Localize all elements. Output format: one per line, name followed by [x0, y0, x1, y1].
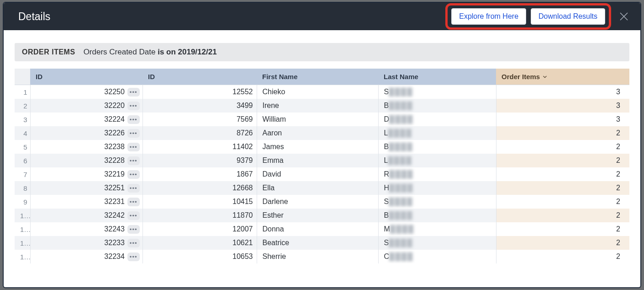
cell-id1[interactable]: 32220••• — [30, 99, 143, 113]
table-row[interactable]: 332224•••7569WilliamD████3 — [15, 113, 629, 126]
cell-id2[interactable]: 10621 — [143, 236, 257, 250]
cell-first-name[interactable]: Sherrie — [257, 250, 378, 263]
cell-order-items[interactable]: 2 — [496, 140, 629, 154]
cell-last-name[interactable]: S████ — [378, 195, 496, 209]
cell-id2[interactable]: 1867 — [143, 167, 257, 181]
row-actions-icon[interactable]: ••• — [127, 115, 140, 124]
cell-last-name[interactable]: B████ — [378, 140, 496, 154]
col-order-items[interactable]: Order Items — [496, 69, 629, 85]
cell-id1[interactable]: 32224••• — [30, 113, 143, 126]
col-last-name[interactable]: Last Name — [378, 69, 496, 85]
row-actions-icon[interactable]: ••• — [127, 129, 140, 138]
cell-id2[interactable]: 12007 — [143, 222, 257, 236]
cell-id2[interactable]: 12552 — [143, 85, 257, 99]
table-row[interactable]: 132250•••12552ChiekoS████3 — [15, 85, 629, 99]
cell-first-name[interactable]: Aaron — [257, 126, 378, 140]
cell-last-name[interactable]: B████ — [378, 99, 496, 113]
table-row[interactable]: 1232233•••10621BeatriceS████2 — [15, 236, 629, 250]
cell-first-name[interactable]: David — [257, 167, 378, 181]
cell-id1[interactable]: 32233••• — [30, 236, 143, 250]
table-row[interactable]: 932231•••10415DarleneS████2 — [15, 195, 629, 209]
cell-id2[interactable]: 8726 — [143, 126, 257, 140]
cell-id2[interactable]: 12668 — [143, 181, 257, 195]
cell-last-name[interactable]: R████ — [378, 167, 496, 181]
cell-id1[interactable]: 32250••• — [30, 85, 143, 99]
cell-first-name[interactable]: James — [257, 140, 378, 154]
explore-from-here-button[interactable]: Explore from Here — [451, 8, 526, 25]
cell-id2[interactable]: 3499 — [143, 99, 257, 113]
row-number: 9 — [15, 195, 30, 209]
cell-last-name[interactable]: L████ — [378, 154, 496, 167]
col-first-name[interactable]: First Name — [257, 69, 378, 85]
cell-order-items[interactable]: 2 — [496, 250, 629, 263]
cell-id1[interactable]: 32251••• — [30, 181, 143, 195]
cell-id1[interactable]: 32234••• — [30, 250, 143, 263]
table-row[interactable]: 632228•••9379EmmaL████2 — [15, 154, 629, 167]
cell-first-name[interactable]: Ella — [257, 181, 378, 195]
cell-order-items[interactable]: 3 — [496, 113, 629, 126]
cell-first-name[interactable]: Chieko — [257, 85, 378, 99]
cell-order-items[interactable]: 2 — [496, 236, 629, 250]
col-id1[interactable]: ID — [30, 69, 143, 85]
table-row[interactable]: 1332234•••10653SherrieC████2 — [15, 250, 629, 263]
cell-last-name[interactable]: H████ — [378, 181, 496, 195]
cell-order-items[interactable]: 2 — [496, 181, 629, 195]
cell-last-name[interactable]: M████ — [378, 222, 496, 236]
row-actions-icon[interactable]: ••• — [127, 211, 140, 220]
table-row[interactable]: 832251•••12668EllaH████2 — [15, 181, 629, 195]
cell-first-name[interactable]: Emma — [257, 154, 378, 167]
cell-order-items[interactable]: 2 — [496, 222, 629, 236]
cell-id1[interactable]: 32226••• — [30, 126, 143, 140]
cell-first-name[interactable]: Esther — [257, 209, 378, 222]
table-row[interactable]: 432226•••8726AaronL████2 — [15, 126, 629, 140]
row-actions-icon[interactable]: ••• — [127, 102, 140, 110]
cell-last-name[interactable]: L████ — [378, 126, 496, 140]
cell-last-name[interactable]: S████ — [378, 85, 496, 99]
row-actions-icon[interactable]: ••• — [127, 252, 140, 261]
row-actions-icon[interactable]: ••• — [127, 170, 140, 179]
cell-order-items[interactable]: 2 — [496, 154, 629, 167]
cell-id2[interactable]: 10653 — [143, 250, 257, 263]
cell-first-name[interactable]: Beatrice — [257, 236, 378, 250]
cell-order-items[interactable]: 2 — [496, 126, 629, 140]
row-actions-icon[interactable]: ••• — [127, 88, 140, 97]
cell-first-name[interactable]: Irene — [257, 99, 378, 113]
cell-id1[interactable]: 32238••• — [30, 140, 143, 154]
cell-last-name[interactable]: D████ — [378, 113, 496, 126]
table-row[interactable]: 532238•••11402JamesB████2 — [15, 140, 629, 154]
cell-last-name[interactable]: C████ — [378, 250, 496, 263]
cell-last-name[interactable]: B████ — [378, 209, 496, 222]
cell-first-name[interactable]: William — [257, 113, 378, 126]
row-actions-icon[interactable]: ••• — [127, 198, 140, 206]
cell-id2[interactable]: 10415 — [143, 195, 257, 209]
cell-order-items[interactable]: 2 — [496, 209, 629, 222]
cell-id2[interactable]: 9379 — [143, 154, 257, 167]
cell-order-items[interactable]: 3 — [496, 85, 629, 99]
cell-id2[interactable]: 11402 — [143, 140, 257, 154]
row-actions-icon[interactable]: ••• — [127, 225, 140, 234]
download-results-button[interactable]: Download Results — [531, 8, 605, 25]
cell-id1[interactable]: 32228••• — [30, 154, 143, 167]
cell-order-items[interactable]: 2 — [496, 167, 629, 181]
table-row[interactable]: 1132243•••12007DonnaM████2 — [15, 222, 629, 236]
cell-id2[interactable]: 7569 — [143, 113, 257, 126]
cell-id2[interactable]: 11870 — [143, 209, 257, 222]
cell-id1[interactable]: 32231••• — [30, 195, 143, 209]
table-row[interactable]: 232220•••3499IreneB████3 — [15, 99, 629, 113]
row-actions-icon[interactable]: ••• — [127, 239, 140, 247]
cell-id1[interactable]: 32219••• — [30, 167, 143, 181]
col-id2[interactable]: ID — [143, 69, 257, 85]
cell-first-name[interactable]: Donna — [257, 222, 378, 236]
row-actions-icon[interactable]: ••• — [127, 143, 140, 151]
cell-order-items[interactable]: 2 — [496, 195, 629, 209]
cell-order-items[interactable]: 3 — [496, 99, 629, 113]
row-actions-icon[interactable]: ••• — [127, 184, 140, 193]
cell-id1[interactable]: 32243••• — [30, 222, 143, 236]
cell-last-name[interactable]: S████ — [378, 236, 496, 250]
table-row[interactable]: 1032242•••11870EstherB████2 — [15, 209, 629, 222]
table-row[interactable]: 732219•••1867DavidR████2 — [15, 167, 629, 181]
close-icon[interactable] — [618, 11, 629, 22]
cell-first-name[interactable]: Darlene — [257, 195, 378, 209]
row-actions-icon[interactable]: ••• — [127, 156, 140, 165]
cell-id1[interactable]: 32242••• — [30, 209, 143, 222]
